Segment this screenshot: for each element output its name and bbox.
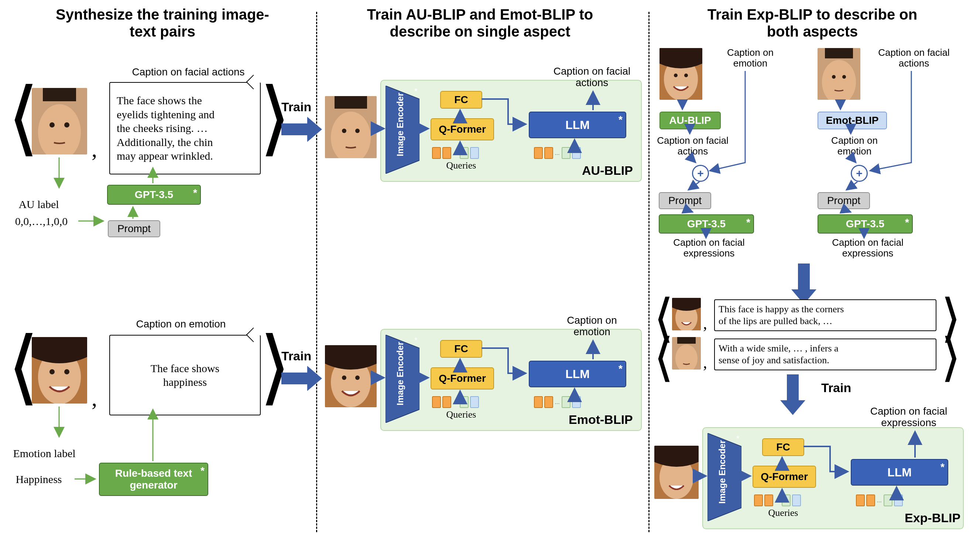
caption-out-exp: Caption on facial expressions bbox=[859, 406, 959, 429]
tokens-exp-left: … bbox=[754, 495, 801, 506]
svg-point-12 bbox=[342, 129, 346, 133]
train-label-au: Train bbox=[282, 100, 311, 114]
qformer-block-emot: Q-Former bbox=[431, 367, 494, 389]
svg-point-29 bbox=[832, 75, 835, 79]
pair2-caption: With a wide smile, … , infers a sense of… bbox=[714, 338, 936, 370]
image-encoder-label-au: Image Encoder bbox=[395, 89, 406, 160]
svg-point-7 bbox=[49, 369, 55, 374]
c3-left-caption-in: Caption on emotion bbox=[717, 47, 784, 69]
plus-right: + bbox=[851, 165, 868, 182]
emotion-label-value: Happiness bbox=[4, 473, 74, 485]
au-blip-name: AU-BLIP bbox=[582, 163, 633, 178]
face-exp bbox=[654, 446, 698, 499]
pair2-comma: , bbox=[703, 353, 707, 372]
svg-point-30 bbox=[842, 75, 846, 79]
tokens-emot-right: … bbox=[534, 396, 581, 408]
caption-box-au: The face shows the eyelids tightening an… bbox=[109, 82, 261, 174]
tokens-au-left: … bbox=[432, 147, 479, 159]
c3-right-caption-mid: Caption on emotion bbox=[818, 135, 891, 156]
svg-point-13 bbox=[355, 129, 360, 133]
llm-block-emot: LLM bbox=[529, 361, 626, 387]
rule-based-generator-block: Rule-based text generator bbox=[99, 463, 208, 496]
train-label-emot: Train bbox=[282, 349, 311, 363]
gpt35-block-au: GPT-3.5 bbox=[107, 185, 201, 205]
caption-title-emot: Caption on emotion bbox=[126, 319, 236, 330]
c3-right-caption-out: Caption on facial expressions bbox=[820, 237, 916, 258]
c3-left-au-blip: AU-BLIP bbox=[660, 112, 721, 129]
face-pair2 bbox=[672, 337, 701, 370]
queries-label-au: Queries bbox=[437, 160, 485, 171]
c3-right-gpt: GPT-3.5 bbox=[818, 214, 913, 234]
face-image-c3-happy bbox=[660, 48, 702, 100]
fc-block-exp: FC bbox=[762, 438, 804, 456]
pair2-left: ⟨ bbox=[654, 332, 674, 384]
face-image-emot-2 bbox=[325, 345, 377, 407]
big-arrow-down-1 bbox=[799, 263, 816, 289]
image-encoder-label-exp: Image Encoder bbox=[717, 437, 727, 507]
c3-right-prompt: Prompt bbox=[818, 192, 870, 209]
tokens-exp-right: … bbox=[856, 495, 903, 506]
face-image-au-1 bbox=[32, 88, 87, 155]
c3-right-caption-in: Caption on facial actions bbox=[875, 47, 953, 69]
au-label-title: AU label bbox=[11, 198, 67, 210]
rule-block-text: Rule-based text generator bbox=[100, 467, 207, 491]
svg-point-19 bbox=[355, 375, 360, 380]
big-arrow-down-2 bbox=[788, 374, 805, 400]
tokens-au-right: … bbox=[534, 147, 581, 159]
svg-point-4 bbox=[64, 122, 69, 128]
fc-block-emot: FC bbox=[440, 340, 482, 358]
queries-label-exp: Queries bbox=[759, 508, 807, 518]
emot-blip-name: Emot-BLIP bbox=[569, 412, 633, 427]
svg-rect-35 bbox=[677, 337, 696, 344]
prompt-block-au: Prompt bbox=[108, 220, 160, 237]
svg-point-24 bbox=[674, 73, 678, 77]
svg-rect-11 bbox=[334, 96, 367, 108]
au-label-vector: 0,0,…,1,0,0 bbox=[5, 215, 78, 227]
svg-point-8 bbox=[64, 369, 69, 374]
caption-box-emot: The face shows happiness bbox=[109, 335, 261, 415]
image-encoder-label-emot: Image Encoder bbox=[395, 338, 406, 409]
c3-left-caption-mid: Caption on facial actions bbox=[656, 135, 730, 156]
pair2-right: ⟩ bbox=[941, 332, 961, 384]
svg-text:*: * bbox=[414, 86, 418, 96]
face-pair1 bbox=[672, 298, 701, 330]
llm-block-au: LLM bbox=[529, 112, 626, 138]
pair1-comma: , bbox=[703, 314, 707, 333]
comma-au: , bbox=[92, 137, 97, 162]
face-image-c3-neutral bbox=[818, 48, 861, 100]
svg-point-25 bbox=[684, 73, 688, 77]
caption-title-au: Caption on facial actions bbox=[122, 67, 255, 78]
qformer-block-au: Q-Former bbox=[431, 118, 494, 140]
caption-out-au: Caption on facial actions bbox=[549, 66, 635, 89]
face-image-emot-1 bbox=[32, 337, 87, 404]
svg-text:*: * bbox=[736, 434, 740, 443]
exp-blip-name: Exp-BLIP bbox=[905, 511, 961, 525]
c3-left-caption-out: Caption on facial expressions bbox=[661, 237, 757, 258]
svg-text:*: * bbox=[414, 335, 418, 345]
c3-train-label: Train bbox=[821, 381, 851, 395]
c3-left-gpt: GPT-3.5 bbox=[659, 214, 754, 234]
comma-emot: , bbox=[92, 386, 97, 411]
col1: ⟨ ⟩ , Caption on facial actions The face… bbox=[0, 0, 316, 544]
caption-out-emot: Caption on emotion bbox=[549, 315, 635, 338]
emotion-label-title: Emotion label bbox=[4, 447, 85, 459]
c3-left-prompt: Prompt bbox=[659, 192, 711, 209]
llm-block-exp: LLM bbox=[851, 459, 948, 486]
svg-rect-2 bbox=[43, 88, 76, 101]
plus-left: + bbox=[692, 165, 709, 182]
svg-rect-28 bbox=[825, 48, 853, 58]
c3-right-emot-blip: Emot-BLIP bbox=[818, 112, 887, 129]
queries-label-emot: Queries bbox=[437, 410, 485, 420]
qformer-block-exp: Q-Former bbox=[752, 466, 816, 488]
fc-block-au: FC bbox=[440, 91, 482, 108]
col2: AU-BLIP * Image Encoder FC Q-Former … Qu… bbox=[316, 0, 648, 544]
svg-point-3 bbox=[49, 122, 55, 128]
face-image-au-2 bbox=[325, 96, 377, 158]
col3: Caption on emotion AU-BLIP Caption on fa… bbox=[648, 0, 980, 544]
pair1-caption: This face is happy as the corners of the… bbox=[714, 299, 936, 331]
svg-point-18 bbox=[342, 375, 346, 380]
tokens-emot-left: … bbox=[432, 396, 479, 408]
